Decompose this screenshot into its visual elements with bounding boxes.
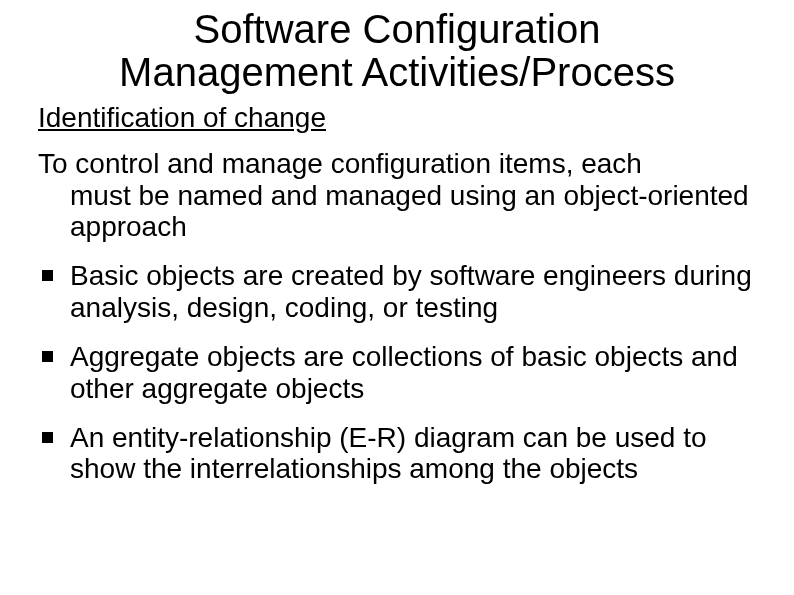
bullet-text: Aggregate objects are collections of bas… — [70, 341, 756, 404]
intro-first-line: To control and manage configuration item… — [38, 148, 642, 179]
intro-rest: must be named and managed using an objec… — [38, 180, 756, 243]
square-bullet-icon — [42, 432, 53, 443]
list-item: Aggregate objects are collections of bas… — [38, 341, 756, 404]
square-bullet-icon — [42, 270, 53, 281]
square-bullet-icon — [42, 351, 53, 362]
list-item: An entity-relationship (E-R) diagram can… — [38, 422, 756, 485]
bullet-text: An entity-relationship (E-R) diagram can… — [70, 422, 756, 485]
slide-title: Software Configuration Management Activi… — [38, 8, 756, 94]
title-line-2: Management Activities/Process — [119, 50, 675, 94]
intro-paragraph: To control and manage configuration item… — [38, 148, 756, 242]
title-line-1: Software Configuration — [194, 7, 601, 51]
bullet-text: Basic objects are created by software en… — [70, 260, 756, 323]
bullet-list: Basic objects are created by software en… — [38, 260, 756, 484]
list-item: Basic objects are created by software en… — [38, 260, 756, 323]
slide: Software Configuration Management Activi… — [0, 0, 794, 595]
section-heading: Identification of change — [38, 102, 756, 134]
